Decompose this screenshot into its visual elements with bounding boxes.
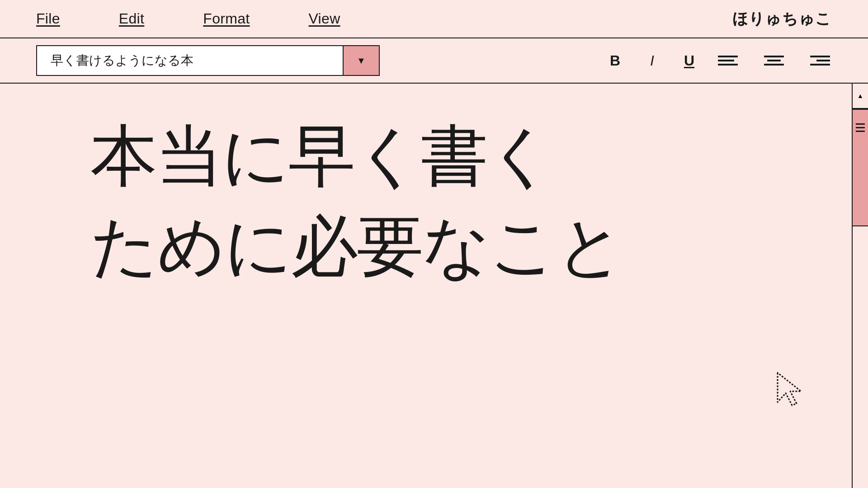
main-text-line2: ために必要なこと [90, 209, 623, 283]
scroll-up-button[interactable]: ▲ [853, 84, 868, 109]
scroll-up-arrow-icon: ▲ [857, 92, 863, 99]
underline-button[interactable]: U [680, 52, 698, 70]
text-format-group: B I U [606, 52, 698, 70]
alignment-group [716, 54, 832, 67]
chevron-down-icon: ▼ [357, 56, 366, 66]
main-area: 本当に早く書く ために必要なこと ▲ [0, 84, 868, 488]
align-line-3 [764, 64, 784, 66]
scroll-menu-button[interactable] [853, 109, 868, 145]
italic-button[interactable]: I [646, 52, 658, 70]
menu-line-2 [856, 127, 865, 128]
align-line-1 [718, 56, 738, 57]
menu-line-1 [856, 123, 865, 125]
menu-file[interactable]: File [36, 10, 60, 27]
align-line-1 [810, 56, 830, 57]
main-heading: 本当に早く書く ために必要なこと [90, 111, 623, 291]
app-title: ほりゅちゅこ [732, 9, 832, 29]
align-right-button[interactable] [808, 54, 832, 67]
menu-format[interactable]: Format [203, 10, 250, 27]
menu-edit[interactable]: Edit [119, 10, 144, 27]
align-line-1 [764, 56, 784, 57]
cursor-icon [773, 368, 809, 404]
align-line-3 [810, 64, 830, 66]
align-left-button[interactable] [716, 54, 740, 67]
toolbar: 早く書けるようになる本 ▼ B I U [0, 38, 868, 84]
font-name-display[interactable]: 早く書けるようになる本 [37, 46, 343, 75]
font-selector: 早く書けるようになる本 ▼ [36, 45, 380, 76]
menubar: File Edit Format View ほりゅちゅこ [0, 0, 868, 38]
align-line-3 [718, 64, 738, 66]
align-center-button[interactable] [762, 54, 786, 67]
bold-button[interactable]: B [606, 52, 624, 70]
align-line-2 [767, 60, 781, 61]
content-area[interactable]: 本当に早く書く ために必要なこと [0, 84, 852, 488]
menu-view[interactable]: View [309, 10, 340, 27]
scroll-track[interactable] [853, 109, 868, 488]
menubar-left: File Edit Format View [36, 10, 340, 27]
align-line-2 [718, 60, 734, 61]
main-text-line1: 本当に早く書く [90, 118, 553, 193]
menu-line-3 [856, 131, 865, 132]
scroll-thumb[interactable] [853, 109, 868, 226]
scrollbar: ▲ [852, 84, 868, 488]
align-line-2 [816, 60, 830, 61]
font-dropdown-button[interactable]: ▼ [343, 46, 379, 75]
